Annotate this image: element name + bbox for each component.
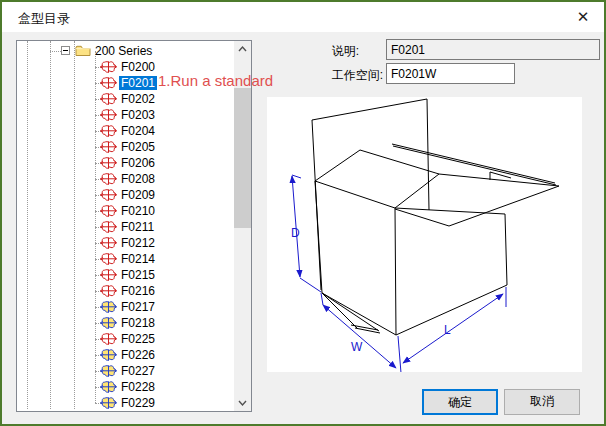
tree-folder-200-series[interactable]: 200 Series	[17, 43, 234, 59]
box-style-icon	[100, 204, 117, 218]
tree-item-label: F0208	[119, 172, 157, 186]
tree-item-label: F0225	[119, 332, 157, 346]
dialog-title: 盒型目录	[18, 10, 70, 28]
tree-item-f0203[interactable]: F0203	[17, 107, 234, 123]
box-style-icon	[100, 236, 117, 250]
box-style-icon	[100, 380, 117, 394]
box-preview-panel: D W L	[267, 97, 582, 372]
tree-item-label: F0202	[119, 92, 157, 106]
tree-item-f0228[interactable]: F0228	[17, 379, 234, 395]
box-wireframe-diagram: D W L	[267, 97, 582, 372]
close-icon[interactable]: ✕	[572, 6, 594, 28]
tree-item-label: F0226	[119, 348, 157, 362]
tree-item-f0229[interactable]: F0229	[17, 395, 234, 411]
box-style-icon	[100, 172, 117, 186]
tree-item-label: F0206	[119, 156, 157, 170]
tree-item-f0211[interactable]: F0211	[17, 219, 234, 235]
tree-item-f0214[interactable]: F0214	[17, 251, 234, 267]
dim-width-label: W	[351, 340, 363, 354]
folder-icon	[75, 44, 91, 57]
tree-item-label: F0214	[119, 252, 157, 266]
collapse-minus-icon[interactable]	[61, 46, 70, 55]
box-style-icon	[100, 252, 117, 266]
scroll-down-icon[interactable]	[234, 394, 251, 411]
workspace-field[interactable]	[386, 63, 515, 84]
box-style-icon	[100, 396, 117, 410]
scrollbar-thumb[interactable]	[234, 88, 251, 228]
box-type-tree: 200 Series F0200F0201F0202F0203F0204F020…	[16, 40, 252, 412]
box-style-icon	[100, 60, 117, 74]
box-style-icon	[100, 364, 117, 378]
tree-scrollbar[interactable]	[234, 41, 251, 411]
dim-depth-label: D	[291, 226, 300, 240]
titlebar: 盒型目录 ✕	[2, 2, 604, 32]
box-style-icon	[100, 220, 117, 234]
ok-button[interactable]: 确定	[422, 389, 498, 415]
tree-item-label: F0216	[119, 284, 157, 298]
tree-item-label: F0212	[119, 236, 157, 250]
tree-item-f0217[interactable]: F0217	[17, 299, 234, 315]
description-label: 说明:	[302, 43, 359, 60]
box-catalog-dialog: 盒型目录 ✕ 200 Series F0200F0201F0202F0203	[0, 0, 606, 426]
box-style-icon	[100, 268, 117, 282]
box-style-icon	[100, 300, 117, 314]
tree-item-f0208[interactable]: F0208	[17, 171, 234, 187]
tree-item-label: F0205	[119, 140, 157, 154]
description-field	[386, 39, 600, 60]
tree-item-f0205[interactable]: F0205	[17, 139, 234, 155]
tree-item-label: F0211	[119, 220, 156, 234]
box-style-icon	[100, 348, 117, 362]
tree-item-label: F0215	[119, 268, 157, 282]
workspace-label: 工作空间:	[302, 67, 383, 84]
box-style-icon	[100, 92, 117, 106]
tree-item-f0204[interactable]: F0204	[17, 123, 234, 139]
box-style-icon	[100, 188, 117, 202]
tree-item-label: F0210	[119, 204, 157, 218]
tree-item-f0215[interactable]: F0215	[17, 267, 234, 283]
tree-item-f0218[interactable]: F0218	[17, 315, 234, 331]
box-style-icon	[100, 76, 117, 90]
box-style-icon	[100, 332, 117, 346]
box-style-icon	[100, 284, 117, 298]
tree-item-label: F0217	[119, 300, 157, 314]
box-style-icon	[100, 124, 117, 138]
tree-connector	[50, 51, 61, 52]
tree-item-label: F0201	[119, 76, 157, 90]
tree-item-label: F0200	[119, 60, 157, 74]
tree-item-label: F0203	[119, 108, 157, 122]
tree-item-f0209[interactable]: F0209	[17, 187, 234, 203]
annotation-text: 1.Run a standard	[158, 72, 273, 89]
tree-rows: 200 Series F0200F0201F0202F0203F0204F020…	[17, 43, 234, 411]
tree-item-label: F0227	[119, 364, 157, 378]
tree-item-label: F0228	[119, 380, 157, 394]
tree-item-f0227[interactable]: F0227	[17, 363, 234, 379]
tree-item-label: F0229	[119, 396, 157, 410]
tree-item-f0226[interactable]: F0226	[17, 347, 234, 363]
scroll-up-icon[interactable]	[234, 41, 251, 58]
box-style-icon	[100, 316, 117, 330]
tree-item-f0210[interactable]: F0210	[17, 203, 234, 219]
tree-item-label: F0209	[119, 188, 157, 202]
box-style-icon	[100, 108, 117, 122]
tree-item-label: F0218	[119, 316, 157, 330]
tree-item-f0216[interactable]: F0216	[17, 283, 234, 299]
box-style-icon	[100, 156, 117, 170]
box-style-icon	[100, 140, 117, 154]
dim-length-label: L	[444, 323, 451, 337]
tree-folder-label: 200 Series	[93, 44, 154, 58]
tree-item-f0212[interactable]: F0212	[17, 235, 234, 251]
tree-item-label: F0204	[119, 124, 157, 138]
tree-item-f0202[interactable]: F0202	[17, 91, 234, 107]
tree-item-f0225[interactable]: F0225	[17, 331, 234, 347]
cancel-button[interactable]: 取消	[504, 389, 580, 415]
tree-item-f0206[interactable]: F0206	[17, 155, 234, 171]
